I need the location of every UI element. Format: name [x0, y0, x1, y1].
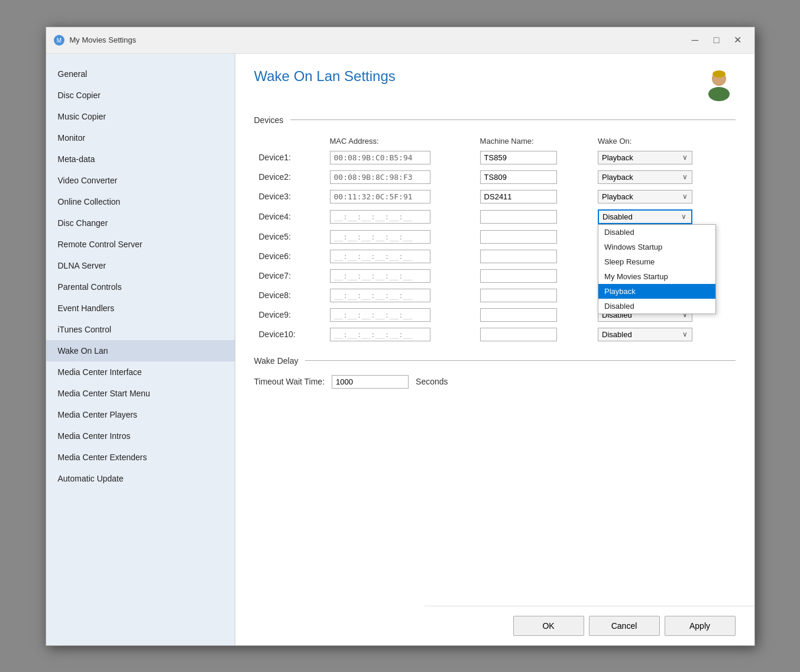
sidebar-item-remote-control[interactable]: Remote Control Server: [46, 234, 235, 255]
timeout-input[interactable]: [332, 375, 409, 389]
footer-buttons: OK Cancel Apply: [425, 606, 754, 645]
device10-wake-select-wrapper: Disabled Windows Startup Sleep Resume My…: [598, 328, 692, 341]
sidebar-item-monitor[interactable]: Monitor: [46, 127, 235, 148]
sidebar-item-meta-data[interactable]: Meta-data: [46, 148, 235, 170]
device1-wake-select-wrapper: Disabled Windows Startup Sleep Resume My…: [598, 151, 692, 164]
devices-divider: [290, 119, 735, 120]
device9-mac-input[interactable]: [330, 308, 430, 322]
col-wake-on: Wake On:: [593, 134, 735, 148]
device3-label: Device3:: [254, 187, 325, 206]
sidebar-item-event-handlers[interactable]: Event Handlers: [46, 298, 235, 319]
device4-wake-dropdown-btn[interactable]: Disabled: [598, 209, 692, 224]
dropdown-option-disabled2[interactable]: Disabled: [598, 299, 715, 314]
device2-machine-input[interactable]: [480, 170, 557, 184]
avatar-icon: [702, 68, 736, 101]
titlebar: M My Movies Settings ─ □ ✕: [46, 27, 754, 54]
device8-machine-input[interactable]: [480, 289, 557, 302]
timeout-row: Timeout Wait Time: Seconds: [254, 375, 736, 389]
device2-wake-select-wrapper: Disabled Windows Startup Sleep Resume My…: [598, 170, 692, 184]
device10-wake-select[interactable]: Disabled Windows Startup Sleep Resume My…: [598, 328, 692, 341]
sidebar-item-online-collection[interactable]: Online Collection: [46, 191, 235, 212]
dropdown-option-disabled[interactable]: Disabled: [598, 225, 715, 240]
device2-wake-select[interactable]: Disabled Windows Startup Sleep Resume My…: [598, 170, 692, 184]
device-row-4: Device4: Disabled Disabled Windows Start…: [254, 206, 736, 227]
device5-mac-input[interactable]: [330, 230, 430, 244]
devices-table: MAC Address: Machine Name: Wake On: Devi…: [254, 134, 736, 344]
settings-window: M My Movies Settings ─ □ ✕ General Disc …: [46, 27, 755, 646]
sidebar-item-disc-copier[interactable]: Disc Copier: [46, 85, 235, 106]
content-area: General Disc Copier Music Copier Monitor…: [46, 54, 754, 645]
devices-section-header: Devices: [254, 115, 736, 125]
device2-label: Device2:: [254, 167, 325, 187]
sidebar-item-itunes[interactable]: iTunes Control: [46, 319, 235, 340]
device1-wake-select[interactable]: Disabled Windows Startup Sleep Resume My…: [598, 151, 692, 164]
sidebar-item-dlna[interactable]: DLNA Server: [46, 255, 235, 276]
dropdown-option-windows-startup[interactable]: Windows Startup: [598, 240, 715, 254]
sidebar-item-music-copier[interactable]: Music Copier: [46, 106, 235, 127]
devices-label: Devices: [254, 115, 284, 125]
device1-machine-input[interactable]: [480, 151, 557, 164]
device3-wake-select-wrapper: Disabled Windows Startup Sleep Resume My…: [598, 190, 692, 203]
window-title: My Movies Settings: [70, 35, 137, 44]
svg-point-5: [712, 70, 725, 77]
sidebar-item-video-converter[interactable]: Video Converter: [46, 170, 235, 191]
cancel-button[interactable]: Cancel: [589, 616, 660, 636]
device8-mac-input[interactable]: [330, 289, 430, 302]
sidebar-item-general[interactable]: General: [46, 63, 235, 85]
device4-machine-input[interactable]: [480, 210, 557, 224]
device4-mac-input[interactable]: [330, 210, 430, 224]
timeout-unit: Seconds: [416, 377, 448, 386]
apply-button[interactable]: Apply: [665, 616, 736, 636]
dropdown-option-my-movies-startup[interactable]: My Movies Startup: [598, 269, 715, 284]
close-button[interactable]: ✕: [728, 32, 747, 49]
sidebar-item-wake-on-lan[interactable]: Wake On Lan: [46, 340, 235, 361]
col-mac-address: MAC Address:: [325, 134, 475, 148]
dropdown-option-playback[interactable]: Playback: [598, 284, 715, 299]
sidebar-item-parental[interactable]: Parental Controls: [46, 276, 235, 298]
device1-label: Device1:: [254, 148, 325, 167]
device9-label: Device9:: [254, 305, 325, 325]
wake-delay-divider: [305, 360, 735, 361]
device7-machine-input[interactable]: [480, 269, 557, 283]
device2-mac-input[interactable]: [330, 170, 430, 184]
device4-dropdown-list: Disabled Windows Startup Sleep Resume My…: [598, 224, 716, 314]
device10-machine-input[interactable]: [480, 328, 557, 341]
device10-label: Device10:: [254, 325, 325, 344]
sidebar-item-mc-extenders[interactable]: Media Center Extenders: [46, 447, 235, 468]
device3-wake-select[interactable]: Disabled Windows Startup Sleep Resume My…: [598, 190, 692, 203]
minimize-button[interactable]: ─: [686, 32, 705, 49]
titlebar-controls: ─ □ ✕: [686, 32, 747, 49]
sidebar-item-mc-players[interactable]: Media Center Players: [46, 404, 235, 425]
device6-mac-input[interactable]: [330, 250, 430, 263]
timeout-label: Timeout Wait Time:: [254, 377, 325, 386]
device6-label: Device6:: [254, 247, 325, 266]
titlebar-left: M My Movies Settings: [53, 34, 137, 46]
device5-machine-input[interactable]: [480, 230, 557, 244]
device7-mac-input[interactable]: [330, 269, 430, 283]
sidebar: General Disc Copier Music Copier Monitor…: [46, 54, 235, 645]
page-header: Wake On Lan Settings: [254, 68, 736, 101]
device1-mac-input[interactable]: [330, 151, 430, 164]
app-icon: M: [53, 34, 65, 46]
device8-label: Device8:: [254, 286, 325, 305]
maximize-button[interactable]: □: [707, 32, 726, 49]
wake-delay-label: Wake Delay: [254, 356, 299, 366]
sidebar-item-mc-start-menu[interactable]: Media Center Start Menu: [46, 383, 235, 404]
device-row-1: Device1: Disabled Windows Startup Sleep …: [254, 148, 736, 167]
device10-mac-input[interactable]: [330, 328, 430, 341]
device6-machine-input[interactable]: [480, 250, 557, 263]
device3-machine-input[interactable]: [480, 190, 557, 203]
sidebar-item-mc-interface[interactable]: Media Center Interface: [46, 361, 235, 383]
sidebar-item-auto-update[interactable]: Automatic Update: [46, 468, 235, 489]
wake-delay-section-header: Wake Delay: [254, 356, 736, 366]
sidebar-item-disc-changer[interactable]: Disc Changer: [46, 212, 235, 234]
ok-button[interactable]: OK: [513, 616, 584, 636]
wake-delay-section: Wake Delay Timeout Wait Time: Seconds: [254, 356, 736, 389]
sidebar-item-mc-intros[interactable]: Media Center Intros: [46, 425, 235, 447]
device3-mac-input[interactable]: [330, 190, 430, 203]
dropdown-option-sleep-resume[interactable]: Sleep Resume: [598, 254, 715, 269]
col-machine-name: Machine Name:: [475, 134, 593, 148]
device5-label: Device5:: [254, 227, 325, 247]
main-content: Wake On Lan Settings Devices: [235, 54, 754, 645]
device9-machine-input[interactable]: [480, 308, 557, 322]
